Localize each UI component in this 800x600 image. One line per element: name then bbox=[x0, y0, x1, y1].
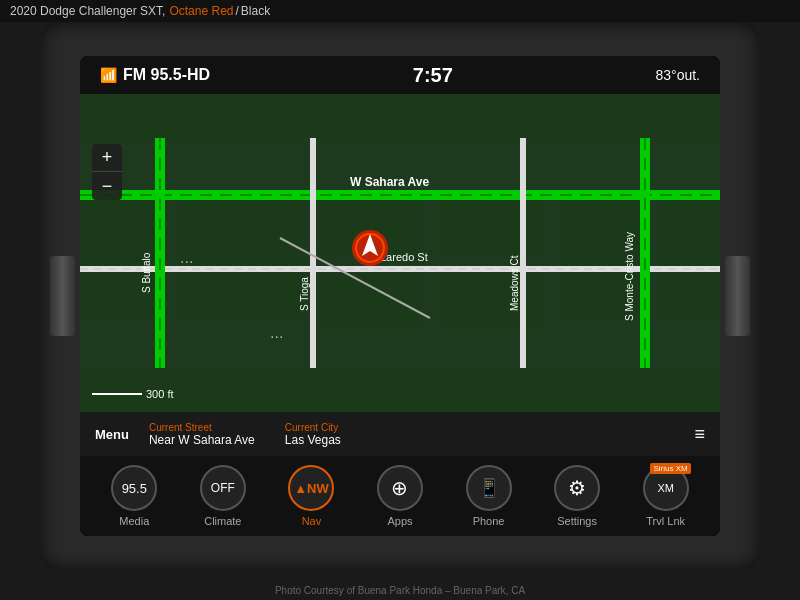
color-separator: / bbox=[235, 4, 238, 18]
settings-icon-circle: ⚙ bbox=[554, 465, 600, 511]
trvl-lnk-icon: XM bbox=[657, 482, 674, 494]
svg-text:Meadows Ct: Meadows Ct bbox=[509, 255, 520, 311]
trvl-lnk-button[interactable]: XM Sirius XM Trvl Lnk bbox=[631, 465, 701, 527]
status-left: 📶 FM 95.5-HD bbox=[100, 66, 210, 84]
svg-text:...: ... bbox=[180, 249, 193, 266]
settings-icon: ⚙ bbox=[568, 476, 586, 500]
scale-text: 300 ft bbox=[146, 388, 174, 400]
phone-button[interactable]: 📱 Phone bbox=[454, 465, 524, 527]
map-svg: W Sahara Ave Laredo St S Buffalo S Tioga… bbox=[80, 94, 720, 412]
settings-label: Settings bbox=[557, 515, 597, 527]
status-bar: 📶 FM 95.5-HD 7:57 83°out. bbox=[80, 56, 720, 94]
temperature-display: 83°out. bbox=[655, 67, 700, 83]
sirius-badge: Sirius XM bbox=[650, 463, 690, 474]
infotainment-screen: 📶 FM 95.5-HD 7:57 83°out. bbox=[80, 56, 720, 536]
nav-icon: ▲NW bbox=[294, 481, 329, 496]
right-knob[interactable] bbox=[725, 256, 750, 336]
svg-rect-16 bbox=[520, 138, 526, 368]
svg-rect-2 bbox=[180, 198, 300, 318]
car-color2: Black bbox=[241, 4, 270, 18]
scale-indicator: 300 ft bbox=[92, 388, 174, 400]
media-icon-circle: 95.5 bbox=[111, 465, 157, 511]
current-street-block: Current Street Near W Sahara Ave bbox=[149, 422, 255, 447]
zoom-in-button[interactable]: + bbox=[92, 144, 122, 172]
svg-text:S Tioga: S Tioga bbox=[299, 277, 310, 311]
phone-icon: 📱 bbox=[478, 477, 500, 499]
photo-credit: Photo Courtesy of Buena Park Honda – Bue… bbox=[0, 585, 800, 596]
svg-text:S Buffalo: S Buffalo bbox=[141, 252, 152, 293]
svg-rect-4 bbox=[320, 273, 420, 328]
phone-label: Phone bbox=[473, 515, 505, 527]
climate-icon: OFF bbox=[211, 481, 235, 495]
nav-info-bar: Menu Current Street Near W Sahara Ave Cu… bbox=[80, 412, 720, 456]
hamburger-menu-button[interactable]: ≡ bbox=[694, 424, 705, 445]
current-street-label: Current Street bbox=[149, 422, 255, 433]
svg-rect-8 bbox=[660, 198, 720, 318]
radio-station: FM 95.5-HD bbox=[123, 66, 210, 84]
svg-text:W Sahara Ave: W Sahara Ave bbox=[350, 175, 429, 189]
zoom-controls: + − bbox=[92, 144, 122, 200]
apps-icon-circle: ⊕ bbox=[377, 465, 423, 511]
map-area: W Sahara Ave Laredo St S Buffalo S Tioga… bbox=[80, 94, 720, 412]
media-label: Media bbox=[119, 515, 149, 527]
current-info: Current Street Near W Sahara Ave Current… bbox=[149, 422, 695, 447]
menu-button[interactable]: Menu bbox=[95, 427, 129, 442]
apps-icon: ⊕ bbox=[391, 476, 408, 500]
svg-rect-17 bbox=[640, 138, 650, 368]
trvl-lnk-label: Trvl Lnk bbox=[646, 515, 685, 527]
car-title: 2020 Dodge Challenger SXT, bbox=[10, 4, 165, 18]
current-city-value: Las Vegas bbox=[285, 433, 341, 447]
apps-button[interactable]: ⊕ Apps bbox=[365, 465, 435, 527]
apps-label: Apps bbox=[387, 515, 412, 527]
icons-bar: 95.5 Media OFF Climate ▲NW Nav bbox=[80, 456, 720, 536]
nav-button[interactable]: ▲NW Nav bbox=[276, 465, 346, 527]
top-bar: 2020 Dodge Challenger SXT, Octane Red / … bbox=[0, 0, 800, 22]
current-city-block: Current City Las Vegas bbox=[285, 422, 341, 447]
infotainment-frame: 📶 FM 95.5-HD 7:57 83°out. bbox=[40, 22, 760, 570]
svg-rect-15 bbox=[310, 138, 316, 368]
svg-rect-13 bbox=[155, 138, 165, 368]
settings-button[interactable]: ⚙ Settings bbox=[542, 465, 612, 527]
left-knob[interactable] bbox=[50, 256, 75, 336]
climate-label: Climate bbox=[204, 515, 241, 527]
nav-label: Nav bbox=[302, 515, 322, 527]
trvl-lnk-icon-circle: XM Sirius XM bbox=[643, 465, 689, 511]
clock-display: 7:57 bbox=[413, 64, 453, 87]
car-color1: Octane Red bbox=[169, 4, 233, 18]
climate-button[interactable]: OFF Climate bbox=[188, 465, 258, 527]
current-city-label: Current City bbox=[285, 422, 341, 433]
phone-icon-circle: 📱 bbox=[466, 465, 512, 511]
media-icon: 95.5 bbox=[122, 481, 147, 496]
svg-text:...: ... bbox=[270, 324, 283, 341]
current-street-value: Near W Sahara Ave bbox=[149, 433, 255, 447]
media-button[interactable]: 95.5 Media bbox=[99, 465, 169, 527]
zoom-out-button[interactable]: − bbox=[92, 172, 122, 200]
climate-icon-circle: OFF bbox=[200, 465, 246, 511]
radio-signal-icon: 📶 bbox=[100, 67, 117, 83]
svg-text:S Monte-Cristo Way: S Monte-Cristo Way bbox=[624, 232, 635, 321]
nav-icon-circle: ▲NW bbox=[288, 465, 334, 511]
